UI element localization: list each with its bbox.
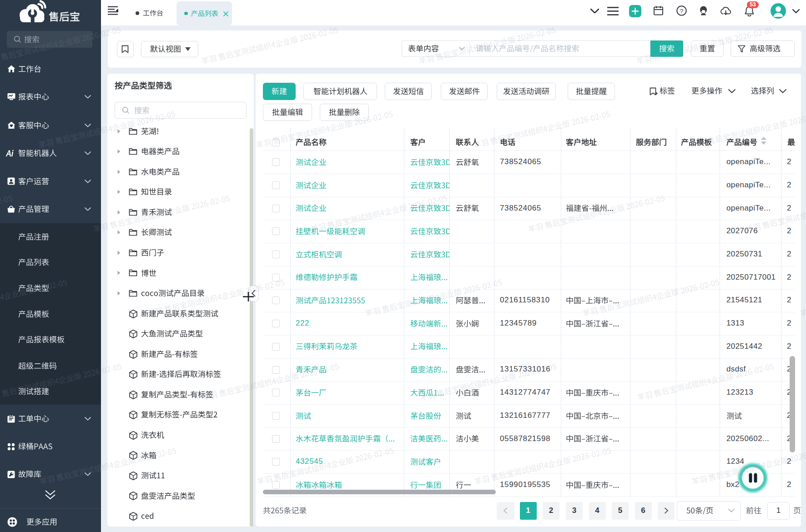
svg-text:?: ? [680, 8, 684, 15]
